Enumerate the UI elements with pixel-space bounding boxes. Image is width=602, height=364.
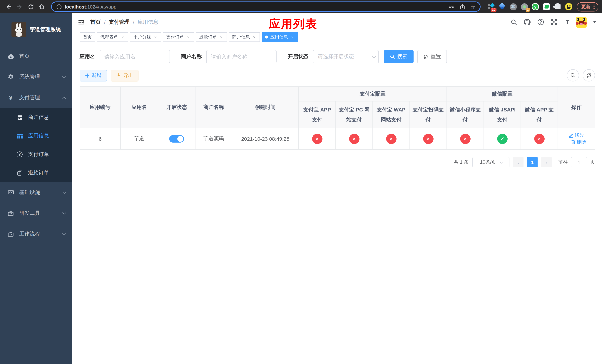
app-table: 应用编号 应用名 开启状态 商户名称 创建时间 支付宝配置 微信配置 操作 支付… (80, 86, 595, 150)
bookmark-star-icon[interactable]: ☆ (470, 4, 475, 10)
next-page-button[interactable]: › (541, 157, 552, 167)
payment-submenu: 商户信息 应用信息 ¥ 支付订单 退款订单 (0, 108, 72, 182)
extensions-puzzle-icon[interactable] (554, 3, 561, 10)
back-icon[interactable] (4, 2, 13, 11)
chevron-down-icon (62, 212, 66, 214)
sidebar-item-merchant-info[interactable]: 商户信息 (0, 108, 72, 127)
tab-label: 商户信息 (232, 34, 250, 40)
tab-close-icon[interactable]: × (252, 35, 257, 39)
add-button[interactable]: 新增 (80, 69, 107, 81)
sidebar-item-payment[interactable]: ¥ 支付管理 (0, 87, 72, 108)
sidebar-item-pay-order[interactable]: ¥ 支付订单 (0, 145, 72, 164)
user-menu-caret-icon[interactable] (593, 21, 596, 24)
status-toggle[interactable] (169, 135, 184, 142)
col-header-app-name: 应用名 (120, 86, 158, 128)
tab-pay-order[interactable]: 支付订单× (163, 32, 194, 42)
profile-emoji-icon[interactable] (565, 3, 572, 10)
toggle-search-icon[interactable] (567, 69, 579, 81)
tab-close-icon[interactable]: × (219, 35, 224, 39)
fullscreen-icon[interactable] (550, 19, 557, 26)
breadcrumb-separator: / (133, 19, 134, 25)
chrome-menu-icon[interactable] (593, 4, 595, 9)
site-info-icon[interactable] (56, 4, 62, 10)
address-bar[interactable]: localhost:1024/pay/app ☆ (51, 1, 481, 12)
breadcrumb-payment[interactable]: 支付管理 (109, 19, 129, 25)
sidebar-item-app-info[interactable]: 应用信息 (0, 127, 72, 145)
reset-button[interactable]: 重置 (417, 50, 447, 63)
tab-process-form[interactable]: 流程表单× (97, 32, 128, 42)
sidebar-item-workflow[interactable]: 工作流程 (0, 224, 72, 244)
extension-command-icon[interactable]: ⌘ (509, 3, 517, 10)
user-avatar[interactable] (576, 16, 587, 28)
export-button[interactable]: 导出 (111, 69, 139, 81)
export-button-label: 导出 (123, 72, 133, 79)
tab-app-info[interactable]: 应用信息× (262, 32, 298, 42)
col-header-status: 开启状态 (158, 86, 195, 128)
cell-created: 2021-10-23 08:49:25 (232, 128, 299, 150)
password-key-icon[interactable] (448, 3, 454, 10)
col-header-wx-app: 微信 APP 支付 (521, 101, 558, 128)
app-logo[interactable]: 芋道管理系统 (0, 13, 72, 46)
cell-status (158, 128, 195, 150)
extension-recorder-icon[interactable]: 1 (521, 3, 528, 10)
breadcrumb-home[interactable]: 首页 (90, 19, 101, 25)
extension-gem-icon[interactable] (498, 3, 506, 10)
forward-icon[interactable] (15, 2, 24, 11)
refresh-icon[interactable] (583, 69, 595, 81)
tab-refund-order[interactable]: 退款订单× (196, 32, 227, 42)
delete-link-label: 删除 (577, 139, 587, 145)
extension-y-icon[interactable]: y (532, 3, 539, 10)
sidebar-collapse-icon[interactable] (78, 19, 85, 25)
prev-page-button[interactable]: ‹ (513, 157, 524, 167)
col-header-created: 创建时间 (232, 86, 299, 128)
tags-view: 首页 流程表单× 用户分组× 支付订单× 退款订单× 商户信息× 应用信息× (72, 31, 602, 43)
page-unit-label: 页 (590, 159, 595, 166)
font-size-icon[interactable]: TT (564, 19, 570, 25)
extensions-area: 10 ⌘ 1 y (487, 3, 572, 10)
tab-home[interactable]: 首页 (80, 32, 95, 42)
reload-icon[interactable] (26, 2, 35, 11)
status-label: 开启状态 (288, 53, 308, 60)
chevron-down-icon (62, 191, 66, 194)
tab-label: 流程表单 (100, 34, 118, 40)
extension-chat-icon[interactable] (543, 3, 550, 10)
app-name-input[interactable] (100, 50, 170, 63)
chrome-update-button[interactable]: 更新 (577, 2, 598, 11)
tab-close-icon[interactable]: × (290, 35, 295, 39)
merchant-name-input[interactable] (206, 50, 277, 63)
screen: localhost:1024/pay/app ☆ 10 ⌘ 1 (0, 0, 602, 364)
edit-link[interactable]: 修改 (569, 132, 584, 139)
cell-alipay-pc: × (336, 128, 373, 150)
tab-close-icon[interactable]: × (120, 35, 125, 39)
status-select[interactable]: 请选择开启状态 (313, 50, 379, 63)
sidebar-item-label: 商户信息 (28, 114, 49, 121)
share-icon[interactable] (459, 3, 465, 10)
url-path: :1024/pay/app (86, 4, 117, 10)
tab-close-icon[interactable]: × (153, 35, 158, 39)
tab-merchant-info[interactable]: 商户信息× (229, 32, 260, 42)
github-icon[interactable] (523, 18, 531, 26)
tab-close-icon[interactable]: × (186, 35, 191, 39)
goto-page-input[interactable] (571, 157, 587, 167)
sidebar-item-system[interactable]: 系统管理 (0, 67, 72, 87)
col-header-alipay-app: 支付宝 APP 支付 (299, 101, 336, 128)
sidebar-item-dev-tools[interactable]: 研发工具 (0, 203, 72, 224)
tab-label: 用户分组 (133, 34, 151, 40)
search-button[interactable]: 搜索 (384, 50, 414, 63)
page-size-select[interactable]: 10条/页 (473, 157, 509, 167)
cell-actions: 修改 删除 (558, 128, 595, 150)
edit-link-label: 修改 (574, 132, 584, 139)
status-cross-icon: × (460, 133, 470, 144)
sidebar-item-home[interactable]: 首页 (0, 46, 72, 67)
page-number-button[interactable]: 1 (527, 157, 538, 167)
delete-link[interactable]: 删除 (571, 139, 587, 145)
sidebar-item-infrastructure[interactable]: 基础设施 (0, 182, 72, 203)
app-title: 芋道管理系统 (30, 26, 61, 33)
cell-alipay-qr: × (410, 128, 447, 150)
tab-user-group[interactable]: 用户分组× (130, 32, 161, 42)
sidebar-item-refund-order[interactable]: 退款订单 (0, 164, 72, 182)
help-icon[interactable] (537, 19, 544, 26)
extension-pinned-icon[interactable]: 10 (487, 3, 495, 10)
search-icon[interactable] (510, 19, 517, 25)
home-icon[interactable] (37, 2, 47, 11)
